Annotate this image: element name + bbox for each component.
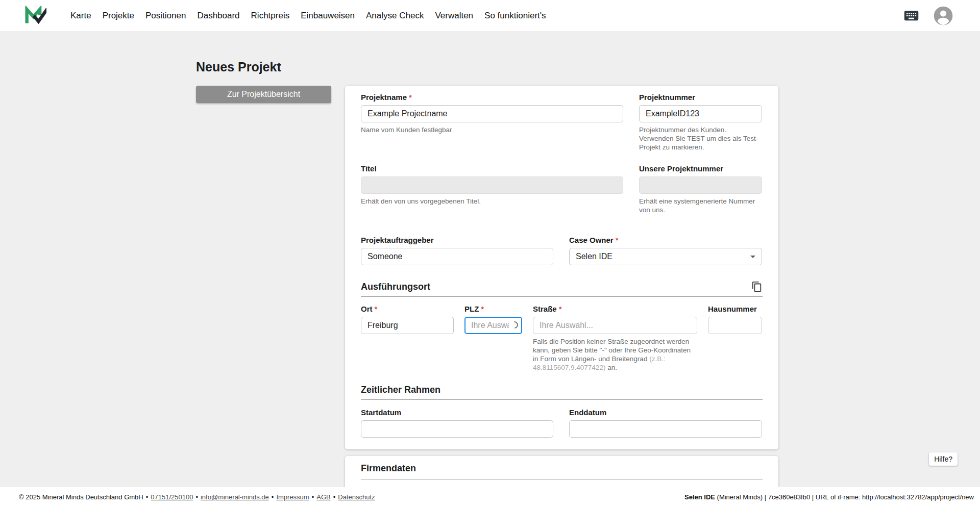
titel-input [361,176,623,194]
startdatum-label: Startdatum [361,408,553,417]
session-info: Selen IDE (Mineral Minds) | 7ce360e83fb0… [684,493,974,501]
titel-label: Titel [361,164,623,173]
projektname-input[interactable] [361,105,623,122]
nav-item-verwalten[interactable]: Verwalten [429,6,479,26]
required-asterisk: * [375,305,378,313]
ausfuehrungsort-heading: Ausführungsort [361,282,430,292]
case-owner-value: Selen IDE [576,252,612,261]
keyboard-icon[interactable] [903,7,920,24]
projektnummer-input[interactable] [639,105,762,122]
datenschutz-link[interactable]: Datenschutz [338,493,375,501]
section-zeitlicher-rahmen: Zeitlicher Rahmen [361,385,763,400]
zeitlicher-rahmen-heading: Zeitlicher Rahmen [361,385,440,395]
nav-item-karte[interactable]: Karte [65,6,97,26]
unsere-projektnummer-helper: Erhält eine systemgenerierte Nummer von … [639,197,762,214]
startdatum-input[interactable] [361,420,553,438]
footer-separator: • [272,493,274,501]
form-row-dates: Startdatum Enddatum [361,408,763,438]
projektnummer-helper: Projektnummer des Kunden. Verwenden Sie … [639,125,762,151]
project-form-card: Projektname* Name vom Kunden festlegbar … [345,86,778,449]
logo-icon [24,6,46,26]
form-row-address: Ort* PLZ* Straße* Falls die Position kei… [361,305,763,372]
required-asterisk: * [481,305,484,313]
enddatum-label: Enddatum [569,408,762,417]
mineral-minds-logo[interactable] [24,6,46,26]
footer-separator: • [312,493,314,501]
email-link[interactable]: info@mineral-minds.de [201,493,269,501]
nav-item-projekte[interactable]: Projekte [97,6,140,26]
top-navbar: Karte Projekte Positionen Dashboard Rich… [0,0,980,31]
impressum-link[interactable]: Impressum [276,493,309,501]
chevron-down-icon [750,256,755,258]
phone-link[interactable]: 07151/250100 [151,493,193,501]
user-avatar[interactable] [933,6,953,26]
agb-link[interactable]: AGB [316,493,330,501]
nav-item-einbauweisen[interactable]: Einbauweisen [295,6,360,26]
main-navigation: Karte Projekte Positionen Dashboard Rich… [65,6,552,26]
firmendaten-heading: Firmendaten [361,463,416,474]
strasse-helper: Falls die Position keiner Straße zugeord… [533,337,697,372]
footer: © 2025 Mineral Minds Deutschland GmbH • … [0,487,980,507]
help-button[interactable]: Hilfe? [929,452,958,466]
footer-links: © 2025 Mineral Minds Deutschland GmbH • … [19,493,375,501]
projektnummer-label: Projektnummer [639,93,762,102]
strasse-input[interactable] [533,317,697,334]
session-details: (Mineral Minds) | 7ce360e83fb0 | URL of … [715,493,974,501]
copyright-text: © 2025 Mineral Minds Deutschland GmbH [19,493,143,501]
case-owner-select[interactable]: Selen IDE [569,248,762,265]
required-asterisk: * [616,236,619,244]
case-owner-label: Case Owner* [569,236,762,245]
projektname-helper: Name vom Kunden festlegbar [361,125,623,134]
nav-item-positionen[interactable]: Positionen [140,6,191,26]
nav-item-richtpreis[interactable]: Richtpreis [246,6,296,26]
hausnummer-label: Hausnummer [708,305,762,314]
main-content: Neues Projekt Zur Projektübersicht Proje… [0,31,980,487]
ort-input[interactable] [361,317,454,334]
projektauftraggeber-input[interactable] [361,248,553,265]
nav-item-dashboard[interactable]: Dashboard [191,6,245,26]
firmendaten-card: Firmendaten [345,456,778,487]
section-ausfuehrungsort: Ausführungsort [361,281,763,297]
form-row-name-number: Projektname* Name vom Kunden festlegbar … [361,93,763,151]
plz-label: PLZ* [464,305,522,314]
unsere-projektnummer-input [639,176,762,194]
unsere-projektnummer-label: Unsere Projektnummer [639,164,762,173]
nav-item-so-funktionierts[interactable]: So funktioniert's [479,6,551,26]
required-asterisk: * [409,93,412,102]
required-asterisk: * [559,305,562,313]
session-user: Selen IDE [684,493,715,501]
copy-icon[interactable] [751,281,763,292]
footer-separator: • [146,493,149,501]
footer-separator: • [333,493,336,501]
footer-separator: • [195,493,198,501]
projektauftraggeber-label: Projektauftraggeber [361,236,553,245]
form-row-titel: Titel Erhält den von uns vorgegebenen Ti… [361,164,763,214]
projektname-label: Projektname* [361,93,623,102]
section-firmendaten: Firmendaten [361,463,763,479]
navbar-actions [903,6,953,26]
titel-helper: Erhält den von uns vorgegebenen Titel. [361,197,623,206]
back-to-projects-button[interactable]: Zur Projektübersicht [196,86,331,103]
page-title: Neues Projekt [196,59,281,74]
nav-item-analyse-check[interactable]: Analyse Check [360,6,429,26]
enddatum-input[interactable] [569,420,762,438]
ort-label: Ort* [361,305,454,314]
form-row-auftraggeber-owner: Projektauftraggeber Case Owner* Selen ID… [361,236,763,265]
hausnummer-input[interactable] [708,317,762,334]
strasse-label: Straße* [533,305,697,314]
